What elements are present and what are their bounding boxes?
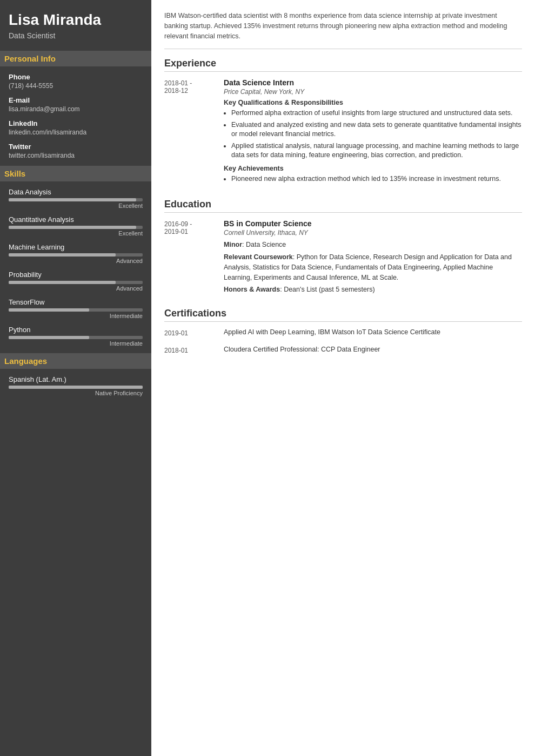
skill-level-machine-learning: Advanced <box>9 258 143 264</box>
skill-bar-fill-spanish <box>9 386 143 389</box>
education-section: Education 2016-09 -2019-01 BS in Compute… <box>164 199 522 297</box>
skill-item: TensorFlow Intermediate <box>9 298 143 319</box>
education-section-title: Education <box>164 199 522 213</box>
skill-bar-fill-probability <box>9 281 116 284</box>
field-phone: Phone (718) 444-5555 <box>9 73 143 90</box>
education-entry-0: 2016-09 -2019-01 BS in Computer Science … <box>164 219 522 297</box>
experience-section: Experience 2018-01 -2018-12 Data Science… <box>164 58 522 188</box>
linkedin-label: LinkedIn <box>9 119 143 127</box>
cert-entry-1: 2018-01 Cloudera Certified Professional:… <box>164 346 522 354</box>
education-title-0: BS in Computer Science <box>224 219 522 228</box>
skills-list: Data Analysis Excellent Quantitative Ana… <box>9 188 143 347</box>
skill-bar-fill-machine-learning <box>9 253 116 256</box>
education-date-0: 2016-09 -2019-01 <box>164 219 224 297</box>
skill-name-machine-learning: Machine Learning <box>9 243 143 251</box>
experience-section-title: Experience <box>164 58 522 72</box>
cert-entry-0: 2019-01 Applied AI with Deep Learning, I… <box>164 328 522 337</box>
experience-date-0: 2018-01 -2018-12 <box>164 78 224 188</box>
qualification-item: Evaluated and analyzed existing and new … <box>231 120 522 139</box>
linkedin-value: linkedin.com/in/lisamiranda <box>9 129 143 136</box>
skills-section-title: Skills <box>0 166 151 181</box>
email-label: E-mail <box>9 96 143 104</box>
skill-name-python: Python <box>9 326 143 334</box>
personal-info-fields: Phone (718) 444-5555 E-mail lisa.miranda… <box>9 73 143 159</box>
achievements-list: Pioneered new alpha extraction method wh… <box>224 174 522 184</box>
experience-content-0: Data Science Intern Price Capital, New Y… <box>224 78 522 188</box>
field-linkedin: LinkedIn linkedin.com/in/lisamiranda <box>9 119 143 136</box>
certifications-section: Certifications 2019-01 Applied AI with D… <box>164 308 522 354</box>
twitter-label: Twitter <box>9 143 143 151</box>
skill-bar-fill-quant-analysis <box>9 226 136 229</box>
skill-item: Data Analysis Excellent <box>9 188 143 209</box>
skill-level-python: Intermediate <box>9 340 143 347</box>
languages-section-title: Languages <box>0 353 151 369</box>
experience-title-0: Data Science Intern <box>224 78 522 87</box>
education-coursework: Relevant Coursework: Python for Data Sci… <box>224 252 522 282</box>
skill-name-quant-analysis: Quantitative Analysis <box>9 215 143 224</box>
cert-title-1: Cloudera Certified Professional: CCP Dat… <box>224 346 522 353</box>
skill-bar-fill-data-analysis <box>9 198 136 201</box>
cert-content-1: Cloudera Certified Professional: CCP Dat… <box>224 346 522 354</box>
skill-bar-fill-python <box>9 336 89 339</box>
skill-item: Machine Learning Advanced <box>9 243 143 264</box>
summary-text: IBM Watson-certified data scientist with… <box>164 11 522 49</box>
experience-entry-0: 2018-01 -2018-12 Data Science Intern Pri… <box>164 78 522 188</box>
skill-bar-bg-probability <box>9 281 143 284</box>
skill-bar-bg-data-analysis <box>9 198 143 201</box>
skill-bar-fill-tensorflow <box>9 308 89 312</box>
email-value: lisa.miranda@gmail.com <box>9 105 143 113</box>
skill-item: Quantitative Analysis Excellent <box>9 215 143 237</box>
skill-level-spanish: Native Proficiency <box>9 390 143 396</box>
skill-bar-bg-tensorflow <box>9 308 143 312</box>
skill-name-tensorflow: TensorFlow <box>9 298 143 306</box>
skill-item: Probability Advanced <box>9 271 143 292</box>
qualification-item: Performed alpha extraction of useful ins… <box>231 109 522 118</box>
achievement-item: Pioneered new alpha extraction method wh… <box>231 174 522 184</box>
main-content: IBM Watson-certified data scientist with… <box>151 0 535 756</box>
personal-info-section-title: Personal Info <box>0 51 151 66</box>
twitter-value: twitter.com/lisamiranda <box>9 152 143 159</box>
education-subtitle-0: Cornell University, Ithaca, NY <box>224 229 522 237</box>
phone-value: (718) 444-5555 <box>9 82 143 90</box>
candidate-title: Data Scientist <box>9 31 143 40</box>
languages-list: Spanish (Lat. Am.) Native Proficiency <box>9 375 143 396</box>
field-email: E-mail lisa.miranda@gmail.com <box>9 96 143 113</box>
cert-content-0: Applied AI with Deep Learning, IBM Watso… <box>224 328 522 337</box>
qualification-item: Applied statistical analysis, natural la… <box>231 141 522 160</box>
cert-date-0: 2019-01 <box>164 328 224 337</box>
cert-date-1: 2018-01 <box>164 346 224 354</box>
skill-bar-bg-python <box>9 336 143 339</box>
phone-label: Phone <box>9 73 143 81</box>
skill-name-data-analysis: Data Analysis <box>9 188 143 196</box>
language-name-spanish: Spanish (Lat. Am.) <box>9 375 143 383</box>
skill-level-probability: Advanced <box>9 285 143 292</box>
education-minor: Minor: Data Science <box>224 240 522 250</box>
experience-subtitle-0: Price Capital, New York, NY <box>224 88 522 96</box>
skill-name-probability: Probability <box>9 271 143 279</box>
skill-bar-bg-machine-learning <box>9 253 143 256</box>
achievements-label: Key Achievements <box>224 165 522 172</box>
skill-level-quant-analysis: Excellent <box>9 230 143 237</box>
qualifications-label: Key Qualifications & Responsibilities <box>224 99 522 106</box>
cert-title-0: Applied AI with Deep Learning, IBM Watso… <box>224 328 522 336</box>
candidate-name: Lisa Miranda <box>9 11 143 29</box>
field-twitter: Twitter twitter.com/lisamiranda <box>9 143 143 159</box>
language-item: Spanish (Lat. Am.) Native Proficiency <box>9 375 143 396</box>
skill-level-data-analysis: Excellent <box>9 202 143 209</box>
qualifications-list: Performed alpha extraction of useful ins… <box>224 109 522 160</box>
skill-item: Python Intermediate <box>9 326 143 347</box>
skill-level-tensorflow: Intermediate <box>9 313 143 319</box>
education-honors: Honors & Awards: Dean's List (past 5 sem… <box>224 285 522 295</box>
sidebar: Lisa Miranda Data Scientist Personal Inf… <box>0 0 151 756</box>
certifications-section-title: Certifications <box>164 308 522 322</box>
education-content-0: BS in Computer Science Cornell Universit… <box>224 219 522 297</box>
skill-bar-bg-quant-analysis <box>9 226 143 229</box>
skill-bar-bg-spanish <box>9 386 143 389</box>
